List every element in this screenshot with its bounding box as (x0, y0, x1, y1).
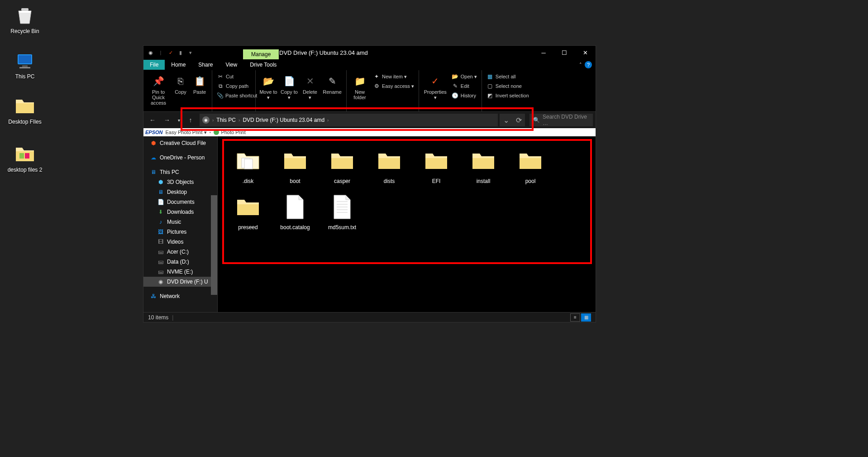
label: Open ▾ (461, 74, 477, 80)
new-folder-button[interactable]: 📁 New folder (349, 72, 370, 111)
this-pc-icon (14, 50, 36, 72)
downloads-icon: ⬇ (157, 208, 164, 216)
sidebar-onedrive[interactable]: ☁OneDrive - Person (143, 153, 217, 163)
search-input[interactable]: 🔍 Search DVD Drive … (529, 114, 593, 126)
tab-drive-tools[interactable]: Drive Tools (243, 60, 283, 70)
properties-button[interactable]: ✓ Properties ▾ (422, 72, 449, 111)
paste-shortcut-button[interactable]: 📎Paste shortcut (215, 91, 253, 100)
sidebar-documents[interactable]: 📄Documents (143, 197, 217, 207)
sidebar-scrollbar[interactable] (211, 195, 217, 295)
move-to-button[interactable]: 📂 Move to ▾ (258, 72, 278, 111)
folder-icon (375, 146, 404, 175)
file-item-md5sum-txt[interactable]: md5sum.txt (321, 191, 363, 232)
label: Data (D:) (167, 259, 189, 265)
file-item-dists[interactable]: dists (368, 144, 410, 186)
invert-selection-button[interactable]: ◩Invert selection (485, 91, 531, 100)
ribbon: 📌 Pin to Quick access ⎘ Copy 📋 Paste ✂Cu… (143, 70, 596, 112)
label: Music (167, 219, 181, 225)
sidebar-3d-objects[interactable]: ⬢3D Objects (143, 177, 217, 187)
edit-icon: ✎ (452, 82, 459, 90)
delete-button[interactable]: ✕ Delete ▾ (300, 72, 320, 111)
music-icon: ♪ (157, 218, 164, 226)
navigation-row: ← → ▾ ↑ ◉ › This PC › DVD Drive (F:) Ubu… (143, 112, 596, 128)
sidebar-pictures[interactable]: 🖼Pictures (143, 227, 217, 237)
desktop-icon-desktop-files-2[interactable]: desktop files 2 (5, 143, 45, 173)
tab-view[interactable]: View (219, 60, 243, 70)
open-button[interactable]: 📂Open ▾ (450, 72, 479, 81)
qat-dropdown-icon[interactable]: ▾ (187, 49, 194, 56)
paste-button[interactable]: 📋 Paste (191, 72, 209, 111)
svg-rect-8 (244, 159, 253, 169)
properties-qat-icon[interactable]: ✓ (167, 49, 174, 56)
easy-access-button[interactable]: ⚙Easy access ▾ (371, 82, 416, 91)
file-item-EFI[interactable]: EFI (415, 144, 458, 186)
icons-view-button[interactable]: ▦ (581, 313, 591, 322)
collapse-ribbon-icon[interactable]: ˄ (579, 62, 582, 68)
cut-button[interactable]: ✂Cut (215, 72, 253, 81)
titlebar: ◉ | ✓ ▮ ▾ Manage DVD Drive (F:) Ubuntu 2… (143, 46, 596, 59)
copy-path-icon: ⧉ (217, 82, 224, 90)
sidebar-network[interactable]: 🖧Network (143, 291, 217, 301)
select-none-button[interactable]: ▢Select none (485, 82, 531, 91)
tab-file[interactable]: File (143, 60, 165, 70)
file-item-casper[interactable]: casper (321, 144, 363, 186)
epson-logo: EPSON (145, 130, 163, 135)
copy-path-button[interactable]: ⧉Copy path (215, 82, 253, 91)
file-item-boot[interactable]: boot (274, 144, 316, 186)
edit-button[interactable]: ✎Edit (450, 82, 479, 91)
file-name: .disk (243, 178, 254, 184)
pin-to-quick-access-button[interactable]: 📌 Pin to Quick access (146, 72, 171, 111)
tab-home[interactable]: Home (165, 60, 192, 70)
details-view-button[interactable]: ≡ (570, 313, 580, 322)
file-name: install (477, 178, 491, 184)
sidebar-dvd-drive-f[interactable]: ◉DVD Drive (F:) U (143, 277, 217, 287)
sidebar-downloads[interactable]: ⬇Downloads (143, 207, 217, 217)
file-item-install[interactable]: install (462, 144, 505, 186)
documents-icon: 📄 (157, 198, 164, 206)
copy-button[interactable]: ⎘ Copy (172, 72, 190, 111)
close-button[interactable]: ✕ (575, 46, 596, 59)
ribbon-tabs: File Home Share View Drive Tools ˄ ? (143, 59, 596, 70)
copy-to-button[interactable]: 📄 Copy to ▾ (279, 72, 299, 111)
folder-icon (14, 95, 36, 117)
select-all-icon: ▦ (486, 73, 494, 80)
desktop-icon-this-pc[interactable]: This PC (5, 50, 45, 80)
file-item-preseed[interactable]: preseed (227, 191, 269, 232)
back-button[interactable]: ← (146, 114, 159, 126)
minimize-button[interactable]: ─ (533, 46, 554, 59)
move-to-icon: 📂 (261, 74, 276, 88)
file-item-boot-catalog[interactable]: boot.catalog (274, 191, 316, 232)
sidebar-creative-cloud[interactable]: ⬢Creative Cloud File (143, 138, 217, 148)
sidebar-acer-c[interactable]: 🖴Acer (C:) (143, 247, 217, 257)
window-title: DVD Drive (F:) Ubuntu 23.04 amd (279, 49, 368, 56)
file-item--disk[interactable]: .disk (227, 144, 269, 186)
sidebar-music[interactable]: ♪Music (143, 217, 217, 227)
label: Move to ▾ (259, 89, 277, 101)
history-button[interactable]: 🕓History (450, 91, 479, 100)
label: Paste shortcut (225, 93, 257, 98)
manage-contextual-tab[interactable]: Manage (243, 49, 279, 59)
drive-icon: 🖴 (157, 248, 164, 255)
tab-share[interactable]: Share (192, 60, 219, 70)
maximize-button[interactable]: ☐ (554, 46, 575, 59)
sidebar-this-pc[interactable]: 🖥This PC (143, 167, 217, 177)
file-item-pool[interactable]: pool (509, 144, 552, 186)
desktop-icon-recycle-bin[interactable]: Recycle Bin (5, 5, 45, 34)
sidebar-data-d[interactable]: 🖴Data (D:) (143, 257, 217, 267)
rename-button[interactable]: ✎ Rename (321, 72, 343, 111)
pin-icon: 📌 (151, 74, 166, 88)
folder-icon (469, 146, 498, 175)
select-all-button[interactable]: ▦Select all (485, 72, 531, 81)
sidebar-videos[interactable]: 🎞Videos (143, 237, 217, 247)
label: Paste (193, 89, 206, 95)
help-icon[interactable]: ? (585, 61, 592, 68)
new-item-button[interactable]: ✦New item ▾ (371, 72, 416, 81)
sidebar-desktop[interactable]: 🖥Desktop (143, 187, 217, 197)
content-pane[interactable]: .diskbootcasperdistsEFIinstallpoolpresee… (218, 136, 596, 312)
label: Easy access ▾ (382, 83, 414, 89)
folder-qat-icon[interactable]: ▮ (177, 49, 184, 56)
forward-button[interactable]: → (161, 114, 173, 126)
desktop-icon-desktop-files[interactable]: Desktop FIles (5, 95, 45, 125)
label: Copy path (226, 83, 248, 89)
sidebar-nvme-e[interactable]: 🖴NVME (E:) (143, 267, 217, 277)
